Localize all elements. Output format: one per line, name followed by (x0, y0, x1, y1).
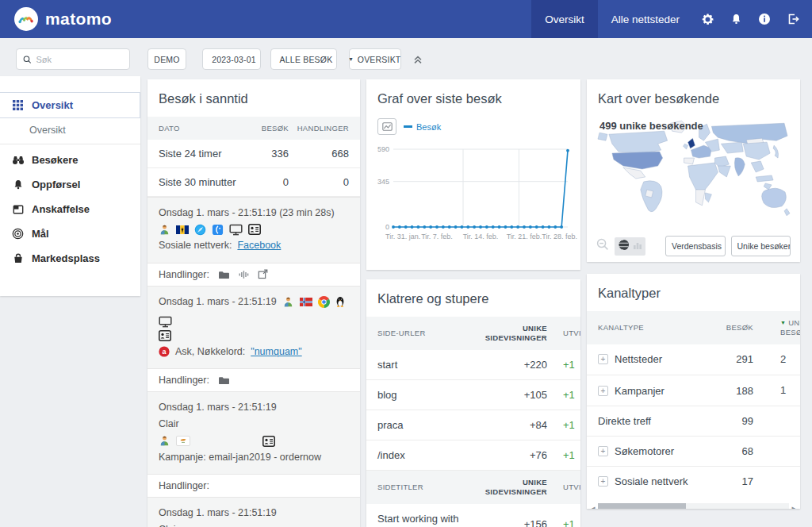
top-navbar: matomo Oversikt Alle nettsteder (0, 0, 812, 38)
world-map[interactable] (595, 117, 792, 228)
referrer-link[interactable]: Facebook (237, 237, 281, 254)
table-row[interactable]: +Søkemotorer 68 (587, 437, 800, 467)
matomo-logo-icon (14, 7, 38, 31)
folder-icon[interactable] (218, 375, 230, 385)
table-row: start +220 +1 (366, 350, 580, 380)
row-value: +220 (473, 359, 547, 371)
os-linux-tux-icon (335, 296, 345, 307)
table-row[interactable]: +Kampanjer 188 1 (587, 375, 800, 406)
sidebar-item-markedsplass[interactable]: Markedsplass (0, 246, 140, 271)
visitor-profile-card-icon[interactable] (248, 224, 261, 235)
notifications-bell-icon[interactable] (722, 0, 750, 38)
folder-icon[interactable] (218, 270, 230, 279)
row-unik: 1 (753, 384, 800, 397)
horizontal-scrollbar[interactable]: ◂ ▸ (592, 503, 795, 509)
sidebar-item-mal[interactable]: Mål (0, 221, 140, 246)
panel-kanaltyper: Kanaltyper KANALTYPE BESØK ▼ UNIKEBESØKE… (587, 274, 800, 509)
chart-legend[interactable]: Besøk (404, 122, 441, 132)
table-row: /index +76 +1 (366, 440, 580, 471)
panel-besok-i-sanntid: Besøk i sanntid DATO BESØK HANDLINGER Si… (147, 79, 360, 527)
row-evolution: +1 (547, 359, 580, 371)
referrer-label: Ask, Nøkkelord: (175, 344, 245, 360)
visit-entry: Onsdag 1. mars - 21:51:19 Clair (147, 497, 360, 527)
search-engine-ask-icon: a (159, 346, 170, 357)
row-besok: 291 (718, 353, 753, 365)
sidebar-item-oversikt[interactable]: Oversikt (0, 92, 140, 118)
expand-plus-icon[interactable]: + (598, 476, 608, 487)
scrollbar-thumb[interactable] (598, 503, 686, 509)
referrer-label: Sosiale nettverk: (159, 237, 232, 254)
actions-label: Handlinger: (159, 480, 209, 491)
export-image-icon[interactable] (377, 118, 396, 135)
logout-icon[interactable] (779, 0, 807, 38)
table-row[interactable]: +Sosiale nettverk 17 (587, 467, 800, 496)
actions-label: Handlinger: (159, 269, 209, 280)
caret-down-icon: ▾ (350, 56, 353, 63)
external-link-icon[interactable] (258, 269, 268, 279)
collapse-chevrons-up-icon[interactable] (413, 53, 423, 67)
visitor-profile-card-icon[interactable] (159, 330, 171, 341)
matomo-brand[interactable]: matomo (0, 7, 112, 31)
sidebar-item-anskaffelse[interactable]: Anskaffelse (0, 197, 140, 221)
sidebar-item-label: Oversikt (32, 99, 73, 111)
visit-date: Onsdag 1. mars - 21:51:19 (23 min 28s) (159, 205, 349, 221)
sidebar-divider (0, 144, 140, 144)
view-selector-button[interactable]: ▾ OVERSIKT (349, 48, 401, 70)
row-evolution: +1 (547, 419, 580, 431)
visit-date: Onsdag 1. mars - 21:51:19 (159, 505, 349, 521)
visit-date: Onsdag 1. mars - 21:51:19 (159, 399, 349, 416)
info-icon[interactable] (750, 0, 779, 38)
visit-entry: Onsdag 1. mars - 21:51:19 a (147, 286, 360, 369)
table-row: Siste 30 minutter 0 0 (147, 168, 360, 197)
svg-text:590: 590 (377, 145, 389, 153)
panel-title: Kanaltyper (587, 274, 800, 311)
site-selector-button[interactable]: DEMO (147, 48, 186, 70)
col-handlinger: HANDLINGER (289, 124, 349, 133)
sidebar-item-label: Anskaffelse (32, 203, 90, 215)
scroll-right-icon[interactable]: ▸ (791, 504, 795, 509)
date-selector-label: 2023-03-01 (212, 55, 256, 64)
unique-visitors-overlay: 499 unike besøkende (599, 120, 703, 132)
col-unike-besokende[interactable]: ▼ UNIKEBESØKENDE (753, 318, 800, 337)
map-region-select[interactable]: Verdensbasis (665, 236, 726, 256)
svg-text:Tir. 7. feb.: Tir. 7. feb. (421, 233, 453, 240)
map-globe-icon[interactable] (618, 239, 630, 254)
svg-text:Tir. 21. feb.: Tir. 21. feb. (507, 233, 542, 240)
row-evolution: +1 (547, 518, 580, 527)
expand-plus-icon[interactable]: + (598, 386, 608, 396)
map-bars-icon[interactable] (633, 239, 642, 253)
browser-chrome-icon (318, 296, 330, 308)
col-unike-sidevisninger: UNIKE SIDEVISNINGER (473, 324, 547, 343)
keyword-link[interactable]: "numquam" (251, 344, 301, 360)
scroll-left-icon[interactable]: ◂ (592, 504, 596, 509)
map-zoom-out-icon[interactable] (596, 238, 609, 254)
table-row: Start working with ExampleCo... +156 +1 (366, 504, 580, 527)
expand-plus-icon[interactable]: + (598, 446, 608, 456)
sidebar-item-besokere[interactable]: Besøkere (0, 148, 140, 172)
visitor-name: Clair (159, 416, 349, 433)
table-row[interactable]: Direkte treff 99 (587, 406, 800, 437)
map-metric-select[interactable]: Unike besøkere (731, 236, 791, 256)
segment-selector-button[interactable]: ALLE BESØK (270, 48, 337, 70)
nav-tab-alle-nettsteder[interactable]: Alle nettsteder (598, 0, 693, 38)
nav-tab-oversikt[interactable]: Oversikt (531, 0, 598, 38)
col-unike-sidevisninger: UNIKE SIDEVISNINGER (473, 478, 547, 497)
settings-gear-icon[interactable] (693, 0, 722, 38)
sidebar-item-label: Oppførsel (32, 179, 80, 190)
date-selector-button[interactable]: 2023-03-01 (202, 48, 261, 70)
search-input[interactable] (36, 55, 123, 64)
scrollbar-track[interactable] (598, 503, 790, 509)
row-label: praca (377, 419, 473, 431)
segment-selector-label: ALLE BESØK (280, 55, 333, 64)
sidebar-item-oppforsel[interactable]: Oppførsel (0, 172, 140, 197)
site-search-box[interactable] (16, 48, 130, 70)
visit-entry: Onsdag 1. mars - 21:51:19 (23 min 28s) S… (147, 197, 360, 263)
visitor-profile-card-icon[interactable] (262, 436, 275, 447)
audio-equalizer-icon[interactable] (239, 270, 249, 279)
expand-plus-icon[interactable]: + (598, 354, 608, 364)
row-value: +76 (473, 449, 547, 461)
row-evolution: +1 (547, 449, 580, 461)
row-unik: 2 (753, 353, 800, 366)
table-row[interactable]: +Nettsteder 291 2 (587, 344, 800, 375)
sidebar-subitem-oversikt[interactable]: Oversikt (0, 118, 140, 142)
